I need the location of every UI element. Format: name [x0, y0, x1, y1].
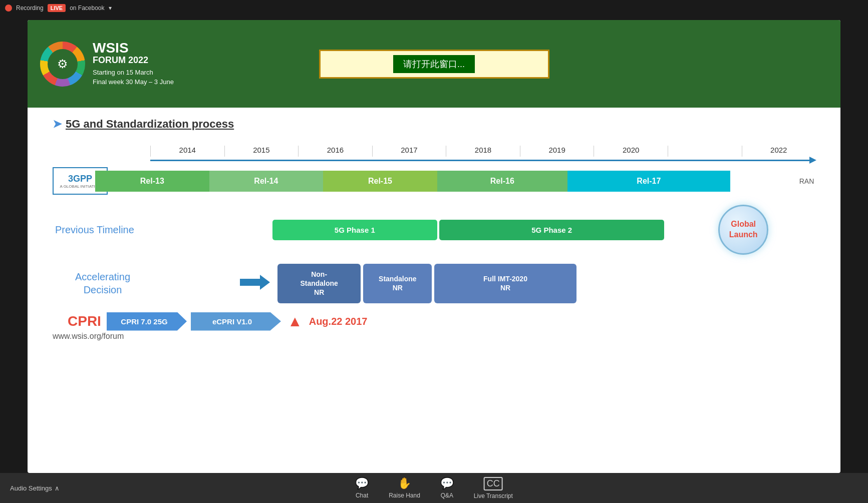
- accel-label: AcceleratingDecision: [75, 271, 130, 295]
- slide-area: ⚙ WSIS FORUM 2022 Starting on 15 March F…: [28, 20, 840, 473]
- wsis-subtitle: FORUM 2022: [93, 55, 174, 66]
- rel-14-bar: Rel-14: [209, 171, 324, 192]
- global-launch-bubble: GlobalLaunch: [718, 205, 768, 255]
- live-transcript-button[interactable]: CC Live Transcript: [474, 477, 513, 499]
- bottom-actions: 💬 Chat ✋ Raise Hand 💬 Q&A CC Live Transc…: [355, 477, 513, 499]
- slide-title-text: 5G and Standardization process: [66, 118, 234, 131]
- phase2-bar: 5G Phase 2: [439, 220, 664, 240]
- aug-arrow-up: ▲: [287, 313, 303, 330]
- year-2021: [668, 146, 742, 157]
- ran-label: 3GPP A GLOBAL INITIATIVE: [53, 167, 93, 195]
- rel-13-bar: Rel-13: [95, 171, 209, 192]
- raise-hand-label: Raise Hand: [389, 492, 420, 499]
- phase-bars-container: 5G Phase 1 5G Phase 2 GlobalLaunch: [150, 205, 815, 255]
- year-2014: 2014: [150, 146, 224, 157]
- popup-inner: 请打开此窗口...: [393, 55, 475, 73]
- logo-area: ⚙ WSIS FORUM 2022 Starting on 15 March F…: [40, 41, 174, 87]
- ecpri-box: eCPRI V1.0: [191, 312, 281, 331]
- rel-15-bar: Rel-15: [323, 171, 437, 192]
- cpri-main-label: CPRI: [68, 313, 103, 329]
- slide-header: ⚙ WSIS FORUM 2022 Starting on 15 March F…: [28, 20, 840, 108]
- years-row: 2014 2015 2016 2017 2018 2019 2020 2022: [150, 146, 815, 157]
- year-2018: 2018: [446, 146, 520, 157]
- rel-bars: Rel-13 Rel-14 Rel-15 Rel-16 Rel-17: [95, 171, 795, 192]
- global-launch-text: GlobalLaunch: [729, 219, 758, 240]
- chat-button[interactable]: 💬 Chat: [355, 477, 369, 499]
- year-2017: 2017: [372, 146, 446, 157]
- year-2022: 2022: [742, 146, 816, 157]
- platform-label: on Facebook: [70, 5, 104, 12]
- year-2020: 2020: [594, 146, 668, 157]
- live-badge: LIVE: [48, 4, 66, 12]
- recording-label: Recording: [16, 5, 44, 12]
- wsis-logo-circle: ⚙: [40, 42, 85, 87]
- accel-content: Non-StandaloneNR StandaloneNR Full IMT-2…: [150, 264, 815, 303]
- logo-inner: ⚙: [48, 49, 78, 79]
- year-2015: 2015: [224, 146, 299, 157]
- prev-timeline-label: Previous Timeline: [53, 224, 150, 236]
- gear-icon: ⚙: [57, 57, 68, 71]
- qa-button[interactable]: 💬 Q&A: [440, 477, 454, 499]
- audio-settings-button[interactable]: Audio Settings ∧: [10, 484, 60, 492]
- footer-url: www.wsis.org/forum: [53, 332, 124, 341]
- timeline-container: 2014 2015 2016 2017 2018 2019 2020 2022: [53, 141, 815, 336]
- nr-standalone: StandaloneNR: [363, 264, 432, 303]
- raise-hand-button[interactable]: ✋ Raise Hand: [389, 477, 420, 499]
- chat-icon: 💬: [355, 477, 369, 490]
- rel-17-bar: Rel-17: [567, 171, 730, 192]
- nr-full-imt: Full IMT-2020NR: [434, 264, 576, 303]
- ran-row: 3GPP A GLOBAL INITIATIVE Rel-13 Rel-14 R…: [53, 167, 815, 195]
- header-popup: 请打开此窗口...: [319, 50, 549, 79]
- year-2016: 2016: [298, 146, 372, 157]
- topbar: Recording LIVE on Facebook ▾: [0, 0, 868, 16]
- phase1-bar: 5G Phase 1: [272, 220, 437, 240]
- slide-title: ➤ 5G and Standardization process: [53, 118, 815, 131]
- slide-content: ➤ 5G and Standardization process 2014 20…: [28, 108, 840, 346]
- audio-chevron-icon: ∧: [55, 484, 60, 492]
- title-arrow-icon: ➤: [53, 118, 62, 131]
- wsis-dates: Starting on 15 March Final week 30 May –…: [93, 68, 174, 87]
- chat-label: Chat: [356, 492, 368, 499]
- prev-timeline-row: Previous Timeline 5G Phase 1 5G Phase 2 …: [53, 205, 815, 255]
- cc-icon: CC: [484, 477, 503, 490]
- timeline-arrow-line: [150, 160, 810, 161]
- raise-hand-icon: ✋: [398, 477, 411, 490]
- accel-row: AcceleratingDecision Non-StandaloneNR St…: [53, 264, 815, 303]
- recording-dot: [5, 5, 12, 12]
- svg-marker-0: [240, 275, 270, 290]
- rel-spacer: [730, 171, 795, 192]
- live-transcript-label: Live Transcript: [474, 492, 513, 499]
- ran-label-right: RAN: [795, 177, 815, 185]
- arrow-head: [809, 157, 816, 164]
- nr-boxes-container: Non-StandaloneNR StandaloneNR Full IMT-2…: [277, 264, 576, 303]
- bottom-bar: Audio Settings ∧ 💬 Chat ✋ Raise Hand 💬 Q…: [0, 473, 868, 503]
- aug-date-text: Aug.22 2017: [309, 316, 368, 327]
- qa-icon: 💬: [440, 477, 454, 490]
- cpri-7-box: CPRI 7.0 25G: [107, 312, 187, 331]
- accel-label-container: AcceleratingDecision: [53, 270, 150, 296]
- wsis-text-block: WSIS FORUM 2022 Starting on 15 March Fin…: [93, 41, 174, 87]
- dropdown-icon[interactable]: ▾: [109, 5, 112, 12]
- year-2019: 2019: [520, 146, 594, 157]
- right-arrow-icon: [240, 275, 270, 292]
- nr-non-standalone: Non-StandaloneNR: [277, 264, 361, 303]
- rel-16-bar: Rel-16: [437, 171, 567, 192]
- cpri-row: CPRI CPRI 7.0 25G eCPRI V1.0 ▲ Aug.22 20…: [53, 312, 815, 331]
- wsis-title: WSIS: [93, 41, 174, 55]
- qa-label: Q&A: [441, 492, 453, 499]
